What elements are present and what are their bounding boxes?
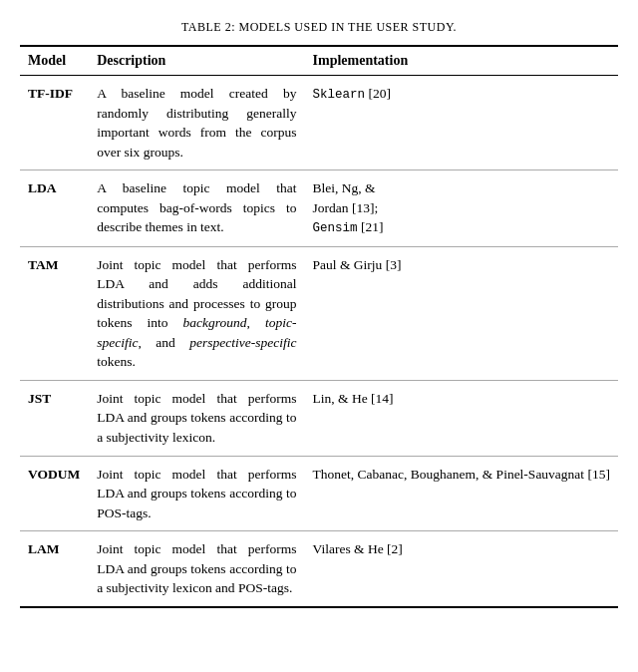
table-row: TF-IDF A baseline model created by rando… bbox=[20, 76, 618, 170]
table-row: JST Joint topic model that performs LDA … bbox=[20, 380, 618, 456]
model-implementation: Blei, Ng, &Jordan [13];Gensim [21] bbox=[305, 170, 618, 246]
table-header-row: Model Description Implementation bbox=[20, 46, 618, 76]
model-implementation: Thonet, Cabanac, Boughanem, & Pinel-Sauv… bbox=[305, 456, 618, 531]
table-row: VODUM Joint topic model that performs LD… bbox=[20, 456, 618, 531]
table-row: LDA A baseline topic model that computes… bbox=[20, 170, 618, 246]
header-model: Model bbox=[20, 46, 89, 76]
model-name: LDA bbox=[20, 170, 89, 246]
model-description: Joint topic model that performs LDA and … bbox=[89, 456, 304, 531]
model-implementation: Lin, & He [14] bbox=[305, 380, 618, 456]
model-name: LAM bbox=[20, 531, 89, 607]
table-title: TABLE 2: MODELS USED IN THE USER STUDY. bbox=[20, 20, 618, 35]
model-implementation: Sklearn [20] bbox=[305, 76, 618, 170]
model-description: Joint topic model that performs LDA and … bbox=[89, 246, 304, 380]
model-name: JST bbox=[20, 380, 89, 456]
model-implementation: Paul & Girju [3] bbox=[305, 246, 618, 380]
page-container: TABLE 2: MODELS USED IN THE USER STUDY. … bbox=[20, 20, 618, 608]
model-description: Joint topic model that performs LDA and … bbox=[89, 380, 304, 456]
header-description: Description bbox=[89, 46, 304, 76]
model-description: A baseline topic model that computes bag… bbox=[89, 170, 304, 246]
model-name: TF-IDF bbox=[20, 76, 89, 170]
impl-mono: Gensim bbox=[313, 221, 358, 235]
table-row: TAM Joint topic model that performs LDA … bbox=[20, 246, 618, 380]
model-implementation: Vilares & He [2] bbox=[305, 531, 618, 607]
model-name: TAM bbox=[20, 246, 89, 380]
header-implementation: Implementation bbox=[305, 46, 618, 76]
model-description: Joint topic model that performs LDA and … bbox=[89, 531, 304, 607]
impl-text: Sklearn bbox=[313, 88, 366, 102]
model-description: A baseline model created by randomly dis… bbox=[89, 76, 304, 170]
model-name: VODUM bbox=[20, 456, 89, 531]
table-row: LAM Joint topic model that performs LDA … bbox=[20, 531, 618, 607]
models-table: Model Description Implementation TF-IDF … bbox=[20, 45, 618, 608]
